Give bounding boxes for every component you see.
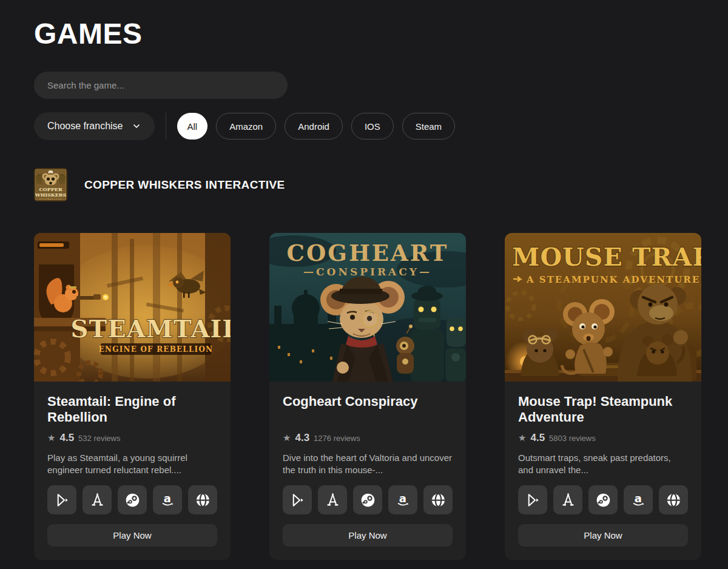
steam-button[interactable] (353, 485, 382, 514)
play-now-button[interactable]: Play Now (47, 524, 217, 547)
app-store-button[interactable] (318, 485, 347, 514)
game-cover-art-mouse-trap[interactable]: MOUSE TRAP A STEAMPUNK ADVENTURE (505, 233, 701, 382)
search-bar (34, 72, 704, 99)
filter-divider (166, 113, 166, 140)
google-play-button[interactable] (283, 485, 312, 514)
game-card-mouse-trap: MOUSE TRAP A STEAMPUNK ADVENTURE Mouse T… (505, 233, 701, 560)
choose-franchise-dropdown[interactable]: Choose franchise (34, 112, 155, 140)
game-description: Outsmart traps, sneak past predators, an… (518, 452, 688, 476)
platform-links: a (283, 485, 453, 514)
google-play-button[interactable] (47, 485, 76, 514)
google-play-button[interactable] (518, 485, 547, 514)
amazon-button[interactable]: a (388, 485, 417, 514)
amazon-icon: a (395, 492, 411, 508)
amazon-button[interactable]: a (153, 485, 182, 514)
pill-amazon[interactable]: Amazon (216, 113, 276, 140)
platform-filter-pills: All Amazon Android IOS Steam (177, 113, 456, 140)
app-store-button[interactable] (83, 485, 112, 514)
publisher-name: COPPER WHISKERS INTERACTIVE (84, 178, 285, 192)
pill-all[interactable]: All (177, 113, 208, 140)
cover-subtitle-mouse-trap: A STEAMPUNK ADVENTURE (526, 274, 700, 285)
steam-button[interactable] (588, 485, 618, 514)
app-store-icon (89, 492, 106, 508)
rating-value: 4.5 (59, 432, 74, 444)
google-play-icon (525, 492, 541, 508)
card-body: Steamtail: Engine of Rebellion ★ 4.5 532… (34, 382, 231, 560)
filter-row: Choose franchise All Amazon Android IOS … (34, 112, 704, 140)
pill-steam[interactable]: Steam (402, 113, 455, 140)
cover-title-mouse-trap: MOUSE TRAP (512, 243, 701, 272)
rating-row: ★ 4.3 1276 reviews (283, 432, 453, 444)
game-title: Mouse Trap! Steampunk Adventure (518, 394, 688, 428)
cover-title-steamtail: STEAMTAIL (71, 314, 231, 343)
page-title: GAMES (34, 17, 704, 50)
app-store-icon (560, 492, 576, 508)
card-body: Cogheart Conspiracy ★ 4.3 1276 reviews D… (269, 382, 466, 560)
cover-subtitle-steamtail: ENGINE OF REBELLION (99, 345, 214, 354)
platform-links: a (518, 485, 688, 514)
amazon-icon: a (630, 492, 647, 508)
steam-button[interactable] (118, 485, 147, 514)
svg-text:a: a (399, 492, 406, 505)
publisher-header: COPPER WHISKERS INTERACTIVE COPPER WHISK… (34, 168, 704, 201)
globe-icon (430, 492, 447, 508)
amazon-button[interactable]: a (624, 485, 653, 514)
game-description: Play as Steamtail, a young squirrel engi… (47, 452, 217, 476)
svg-text:a: a (634, 492, 641, 505)
star-icon: ★ (47, 433, 55, 443)
game-cover-art-steamtail[interactable]: STEAMTAIL ENGINE OF REBELLION (34, 233, 231, 382)
choose-franchise-label: Choose franchise (47, 121, 123, 132)
pill-android[interactable]: Android (285, 113, 343, 140)
svg-text:WHISKERS: WHISKERS (35, 192, 67, 198)
review-count: 532 reviews (78, 434, 120, 443)
publisher-logo: COPPER WHISKERS INTERACTIVE (34, 168, 67, 201)
review-count: 5803 reviews (549, 434, 596, 443)
globe-icon (195, 492, 211, 508)
rating-value: 4.5 (530, 432, 545, 444)
game-card-cogheart: COGHEART —CONSPIRACY— Cogheart Conspirac… (269, 233, 466, 560)
pill-ios[interactable]: IOS (351, 113, 394, 140)
game-description: Dive into the heart of Valtoria and unco… (283, 452, 453, 476)
steam-icon (360, 492, 376, 508)
rating-value: 4.3 (295, 432, 309, 444)
steam-icon (124, 492, 141, 508)
app-store-button[interactable] (553, 485, 582, 514)
rating-row: ★ 4.5 532 reviews (47, 432, 217, 444)
game-title: Steamtail: Engine of Rebellion (47, 394, 217, 428)
globe-icon (666, 492, 682, 508)
svg-text:INTERACTIVE: INTERACTIVE (39, 198, 62, 200)
card-body: Mouse Trap! Steampunk Adventure ★ 4.5 58… (505, 382, 701, 560)
amazon-icon: a (160, 492, 176, 508)
game-card-steamtail: STEAMTAIL ENGINE OF REBELLION Steamtail:… (34, 233, 231, 560)
cover-title-cogheart: COGHEART (287, 240, 449, 266)
search-input[interactable] (34, 72, 288, 99)
svg-text:a: a (163, 492, 170, 505)
star-icon: ★ (283, 433, 291, 443)
games-grid: STEAMTAIL ENGINE OF REBELLION Steamtail:… (34, 233, 704, 560)
rating-row: ★ 4.5 5803 reviews (518, 432, 688, 444)
chevron-down-icon (132, 121, 141, 131)
web-button[interactable] (423, 485, 453, 514)
platform-links: a (47, 485, 217, 514)
game-title: Cogheart Conspiracy (283, 394, 453, 428)
google-play-icon (54, 492, 70, 508)
play-now-button[interactable]: Play Now (283, 524, 453, 547)
google-play-icon (289, 492, 306, 508)
game-cover-art-cogheart[interactable]: COGHEART —CONSPIRACY— (269, 233, 466, 382)
steam-icon (595, 492, 612, 508)
review-count: 1276 reviews (314, 434, 360, 443)
cover-subtitle-cogheart: —CONSPIRACY— (303, 266, 432, 278)
app-store-icon (325, 492, 341, 508)
star-icon: ★ (518, 433, 526, 443)
web-button[interactable] (659, 485, 688, 514)
web-button[interactable] (188, 485, 217, 514)
play-now-button[interactable]: Play Now (518, 524, 688, 547)
